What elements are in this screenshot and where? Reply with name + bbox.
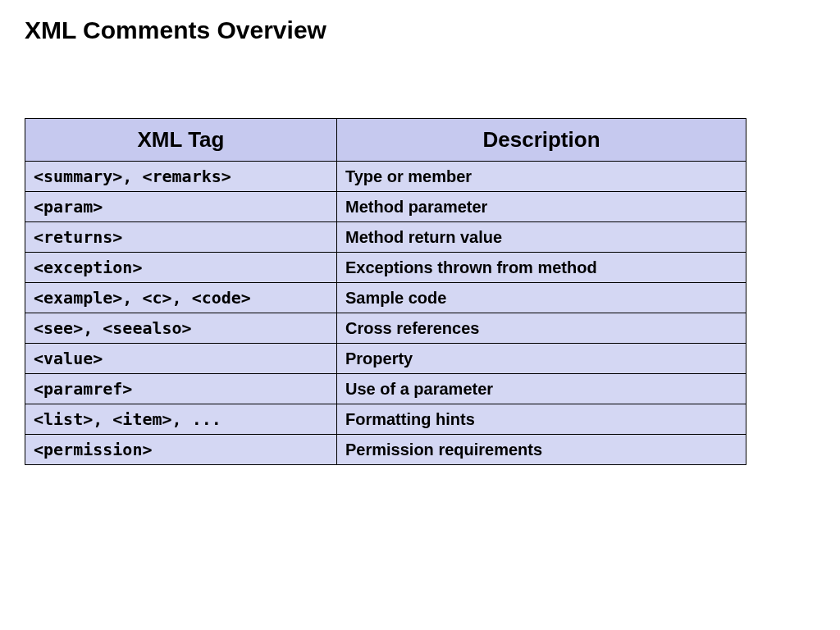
tag-cell: <exception> [25, 253, 337, 283]
table-row: <exception> Exceptions thrown from metho… [25, 253, 746, 283]
table-row: <value> Property [25, 344, 746, 374]
tag-cell: <see>, <seealso> [25, 313, 337, 344]
table-row: <permission> Permission requirements [25, 435, 746, 465]
col-header-tag: XML Tag [25, 119, 337, 162]
desc-cell: Sample code [337, 283, 746, 313]
tag-cell: <permission> [25, 435, 337, 465]
table-row: <example>, <c>, <code> Sample code [25, 283, 746, 313]
desc-cell: Formatting hints [337, 404, 746, 435]
tag-cell: <paramref> [25, 374, 337, 404]
tag-cell: <param> [25, 192, 337, 222]
tag-cell: <value> [25, 344, 337, 374]
table-row: <returns> Method return value [25, 222, 746, 253]
desc-cell: Cross references [337, 313, 746, 344]
tag-cell: <list>, <item>, ... [25, 404, 337, 435]
desc-cell: Exceptions thrown from method [337, 253, 746, 283]
desc-cell: Property [337, 344, 746, 374]
tag-cell: <example>, <c>, <code> [25, 283, 337, 313]
xml-tags-table: XML Tag Description <summary>, <remarks>… [25, 118, 746, 465]
desc-cell: Type or member [337, 162, 746, 192]
table-row: <see>, <seealso> Cross references [25, 313, 746, 344]
slide: XML Comments Overview XML Tag Descriptio… [0, 0, 840, 482]
table-header-row: XML Tag Description [25, 119, 746, 162]
desc-cell: Permission requirements [337, 435, 746, 465]
col-header-desc: Description [337, 119, 746, 162]
desc-cell: Method return value [337, 222, 746, 253]
desc-cell: Use of a parameter [337, 374, 746, 404]
page-title: XML Comments Overview [25, 16, 815, 44]
tag-cell: <returns> [25, 222, 337, 253]
tag-cell: <summary>, <remarks> [25, 162, 337, 192]
table-row: <list>, <item>, ... Formatting hints [25, 404, 746, 435]
desc-cell: Method parameter [337, 192, 746, 222]
table-row: <param> Method parameter [25, 192, 746, 222]
table-row: <summary>, <remarks> Type or member [25, 162, 746, 192]
table-row: <paramref> Use of a parameter [25, 374, 746, 404]
